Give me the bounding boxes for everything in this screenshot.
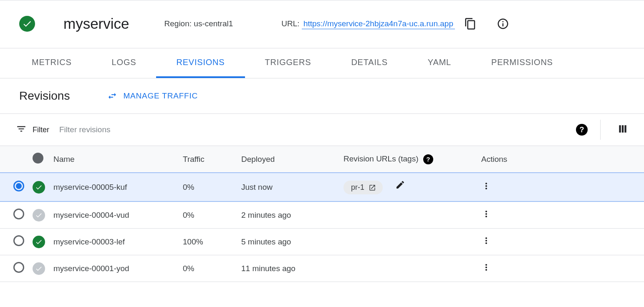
columns-icon bbox=[617, 123, 628, 134]
row-select-radio[interactable] bbox=[13, 209, 24, 219]
row-actions-menu-button[interactable] bbox=[481, 181, 491, 191]
col-header-name[interactable]: Name bbox=[49, 146, 179, 173]
table-row[interactable]: myservice-00001-yod0%11 minutes ago bbox=[0, 255, 644, 282]
info-button[interactable] bbox=[497, 18, 509, 30]
revision-tags-cell bbox=[339, 255, 477, 282]
row-actions-menu-button[interactable] bbox=[481, 209, 491, 219]
revision-deployed: Just now bbox=[237, 173, 339, 201]
revisions-section-header: Revisions MANAGE TRAFFIC bbox=[0, 78, 644, 113]
filter-help-button[interactable]: ? bbox=[576, 124, 588, 136]
service-status-icon bbox=[19, 16, 35, 32]
more-vert-icon bbox=[481, 181, 491, 191]
more-vert-icon bbox=[481, 236, 491, 246]
revision-status-icon bbox=[33, 209, 45, 221]
divider bbox=[600, 120, 601, 140]
region-label: Region: us-central1 bbox=[164, 19, 233, 28]
swap-icon bbox=[107, 91, 117, 101]
col-header-tags[interactable]: Revision URLs (tags) ? bbox=[339, 146, 477, 173]
tab-yaml[interactable]: YAML bbox=[408, 48, 471, 78]
tab-logs[interactable]: LOGS bbox=[92, 48, 157, 78]
status-header-dot bbox=[33, 153, 43, 164]
info-icon bbox=[497, 18, 509, 30]
tab-details[interactable]: DETAILS bbox=[331, 48, 407, 78]
revision-tags-cell: pr-1 bbox=[339, 173, 477, 201]
col-header-traffic[interactable]: Traffic bbox=[179, 146, 237, 173]
revisions-table: Name Traffic Deployed Revision URLs (tag… bbox=[0, 146, 644, 282]
copy-icon bbox=[464, 18, 477, 30]
revision-deployed: 2 minutes ago bbox=[237, 201, 339, 229]
table-row[interactable]: myservice-00005-kuf0%Just nowpr-1 bbox=[0, 173, 644, 201]
region-prefix: Region: bbox=[164, 19, 194, 28]
tab-triggers[interactable]: TRIGGERS bbox=[245, 48, 331, 78]
tab-permissions[interactable]: PERMISSIONS bbox=[471, 48, 573, 78]
revision-name: myservice-00003-lef bbox=[49, 229, 179, 255]
service-header: myservice Region: us-central1 URL: https… bbox=[0, 0, 644, 48]
manage-traffic-button[interactable]: MANAGE TRAFFIC bbox=[107, 91, 198, 101]
revision-tags-cell bbox=[339, 229, 477, 255]
table-row[interactable]: myservice-00004-vud0%2 minutes ago bbox=[0, 201, 644, 229]
more-vert-icon bbox=[481, 209, 491, 219]
table-header-row: Name Traffic Deployed Revision URLs (tag… bbox=[0, 146, 644, 173]
filter-bar: Filter ? bbox=[0, 113, 644, 146]
revision-deployed: 11 minutes ago bbox=[237, 255, 339, 282]
tab-revisions[interactable]: REVISIONS bbox=[156, 48, 245, 78]
revision-traffic: 100% bbox=[179, 229, 237, 255]
tab-metrics[interactable]: METRICS bbox=[12, 48, 92, 78]
edit-tags-button[interactable] bbox=[395, 180, 405, 190]
table-row[interactable]: myservice-00003-lef100%5 minutes ago bbox=[0, 229, 644, 255]
copy-url-button[interactable] bbox=[464, 18, 477, 30]
more-vert-icon bbox=[481, 262, 491, 272]
url-prefix: URL: bbox=[281, 19, 302, 28]
row-select-radio[interactable] bbox=[13, 235, 24, 246]
revision-name: myservice-00005-kuf bbox=[49, 173, 179, 201]
row-actions-menu-button[interactable] bbox=[481, 236, 491, 246]
filter-label: Filter bbox=[33, 126, 49, 134]
row-select-radio[interactable] bbox=[13, 181, 24, 191]
revision-status-icon bbox=[33, 262, 45, 275]
url-label: URL: https://myservice-2hbjza4n7a-uc.a.r… bbox=[281, 19, 455, 28]
tab-bar: METRICSLOGSREVISIONSTRIGGERSDETAILSYAMLP… bbox=[0, 48, 644, 78]
manage-traffic-label: MANAGE TRAFFIC bbox=[123, 91, 198, 101]
revision-traffic: 0% bbox=[179, 201, 237, 229]
column-display-button[interactable] bbox=[617, 123, 628, 136]
service-name: myservice bbox=[63, 15, 129, 32]
revision-tag-pill[interactable]: pr-1 bbox=[343, 181, 383, 194]
revision-traffic: 0% bbox=[179, 255, 237, 282]
tags-help-button[interactable]: ? bbox=[423, 154, 433, 164]
region-value: us-central1 bbox=[194, 19, 233, 28]
col-header-tags-label: Revision URLs (tags) bbox=[343, 154, 419, 163]
tag-label: pr-1 bbox=[351, 183, 364, 192]
filter-icon bbox=[16, 123, 27, 136]
revision-deployed: 5 minutes ago bbox=[237, 229, 339, 255]
filter-input[interactable] bbox=[59, 125, 576, 134]
revision-name: myservice-00001-yod bbox=[49, 255, 179, 282]
service-url-link[interactable]: https://myservice-2hbjza4n7a-uc.a.run.ap… bbox=[302, 19, 455, 29]
revision-status-icon bbox=[33, 181, 45, 194]
revision-status-icon bbox=[33, 236, 45, 248]
col-header-actions: Actions bbox=[477, 146, 644, 173]
row-actions-menu-button[interactable] bbox=[481, 262, 491, 272]
revision-name: myservice-00004-vud bbox=[49, 201, 179, 229]
col-header-deployed[interactable]: Deployed bbox=[237, 146, 339, 173]
edit-icon bbox=[395, 180, 405, 190]
section-title: Revisions bbox=[19, 89, 70, 103]
revision-traffic: 0% bbox=[179, 173, 237, 201]
row-select-radio[interactable] bbox=[13, 262, 24, 273]
open-in-new-icon bbox=[369, 184, 376, 191]
revision-tags-cell bbox=[339, 201, 477, 229]
